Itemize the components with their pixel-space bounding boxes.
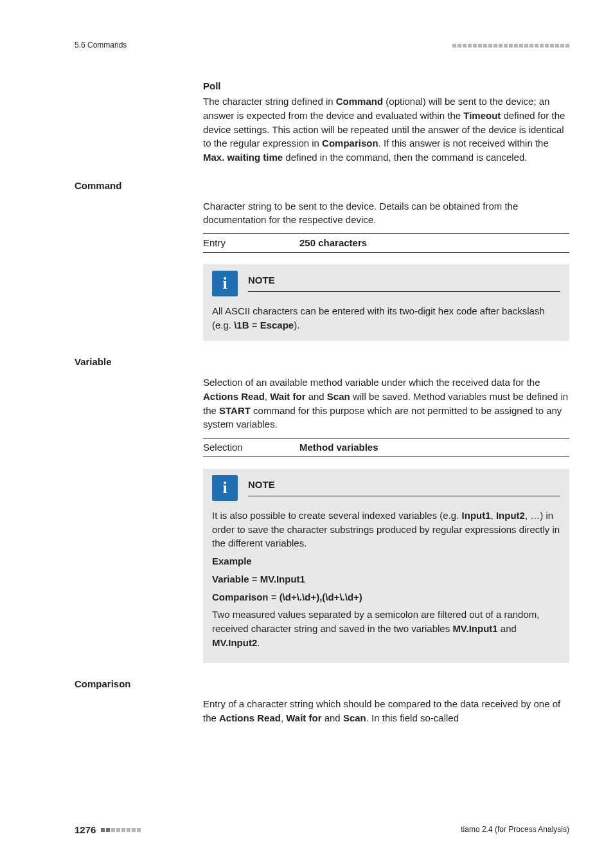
selection-label: Selection	[203, 440, 299, 455]
command-para: Character string to be sent to the devic…	[203, 199, 569, 228]
page-footer: 1276 tiamo 2.4 (for Process Analysis)	[75, 823, 569, 837]
info-icon: i	[212, 475, 238, 501]
poll-text: The character string defined in Command …	[203, 95, 569, 165]
note-title: NOTE	[248, 479, 275, 490]
note-body: It is also possible to create several in…	[212, 509, 560, 550]
variable-selection-row: Selection Method variables	[203, 438, 569, 457]
footer-decoration	[101, 828, 141, 832]
selection-value: Method variables	[299, 440, 378, 455]
variable-para: Selection of an available method variabl…	[203, 375, 569, 431]
footer-right: tiamo 2.4 (for Process Analysis)	[461, 824, 569, 835]
variable-heading: Variable	[75, 355, 569, 369]
poll-title: Poll	[203, 79, 569, 93]
page-header: 5.6 Commands	[75, 40, 569, 51]
example-line-2: Comparison = (\d+\.\d+),(\d+\.\d+)	[212, 590, 560, 604]
comparison-heading: Comparison	[75, 677, 569, 691]
comparison-para: Entry of a character string which should…	[203, 697, 569, 725]
header-section: 5.6 Commands	[75, 40, 127, 51]
comparison-section: Entry of a character string which should…	[203, 697, 569, 725]
example-heading: Example	[212, 554, 560, 568]
note-title: NOTE	[248, 275, 275, 285]
header-decoration	[452, 44, 569, 48]
variable-note: i NOTE It is also possible to create sev…	[203, 469, 569, 663]
command-heading: Command	[75, 179, 569, 193]
entry-label: Entry	[203, 236, 299, 250]
example-line-3: Two measured values separated by a semic…	[212, 608, 560, 649]
entry-value: 250 characters	[299, 236, 367, 250]
poll-section: Poll The character string defined in Com…	[203, 79, 569, 165]
example-line-1: Variable = MV.Input1	[212, 572, 560, 586]
page-number: 1276	[75, 823, 96, 837]
info-icon: i	[212, 271, 238, 296]
variable-section: Selection of an available method variabl…	[203, 375, 569, 663]
command-note: i NOTE All ASCII characters can be enter…	[203, 264, 569, 341]
command-entry-row: Entry 250 characters	[203, 233, 569, 253]
note-body: All ASCII characters can be entered with…	[212, 304, 560, 332]
command-section: Character string to be sent to the devic…	[203, 199, 569, 341]
